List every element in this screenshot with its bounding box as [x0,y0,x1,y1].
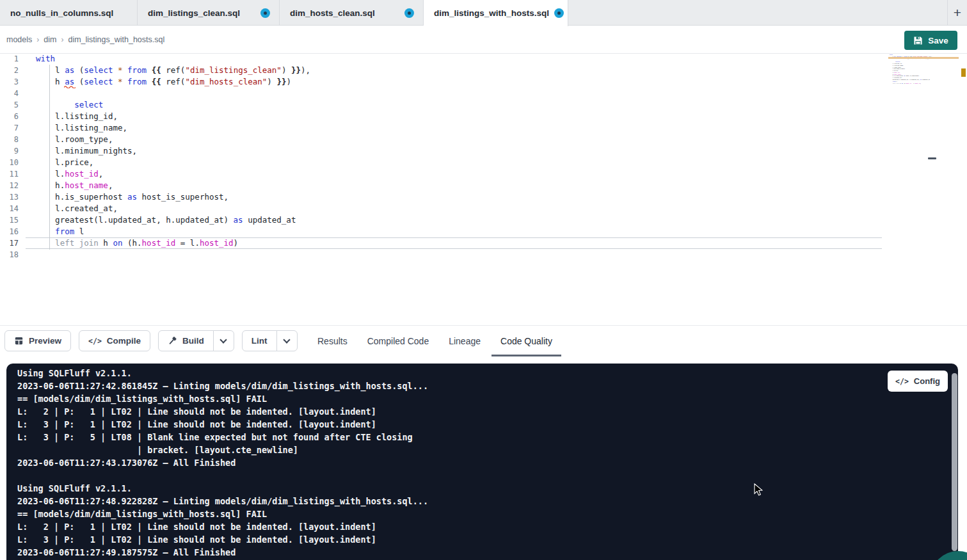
code-editor[interactable]: 123456789101112131415161718 with l as (s… [0,54,967,325]
line-number: 9 [0,145,26,157]
code-line[interactable]: greatest(l.updated_at, h.updated_at) as … [26,214,882,226]
floppy-disk-icon [913,36,923,45]
chevron-down-icon [283,336,290,343]
code-line[interactable]: from l [26,226,882,237]
line-number: 17 [0,237,26,249]
tab-label: dim_listings_clean.sql [148,8,240,18]
lint-button[interactable]: Lint [242,330,277,351]
terminal-panel[interactable]: Using SQLFluff v2.1.1. 2023-06-06T11:27:… [6,364,958,560]
build-button[interactable]: Build [158,330,214,351]
save-button[interactable]: Save [904,31,957,50]
panel-tab-compiled-code[interactable]: Compiled Code [367,336,429,346]
indent-guide [49,65,50,250]
action-buttons: Preview</>CompileBuildLint [4,330,305,351]
tab-bar: no_nulls_in_columns.sqldim_listings_clea… [0,0,967,26]
hammer-icon [168,336,177,346]
code-line[interactable] [890,84,959,86]
line-numbers: 123456789101112131415161718 [0,54,26,260]
tab-strip: no_nulls_in_columns.sqldim_listings_clea… [0,0,568,25]
line-number: 1 [0,54,26,65]
line-number: 12 [0,180,26,191]
tab-label: dim_listings_with_hosts.sql [434,8,549,18]
line-number: 18 [0,249,26,260]
code-line[interactable]: select [26,99,882,111]
line-number: 10 [0,157,26,168]
ide-window: no_nulls_in_columns.sqldim_listings_clea… [0,0,967,560]
code-lines: with l as (select * from {{ ref("dim_lis… [26,54,882,260]
code-icon: </> [88,337,102,346]
line-number: 14 [0,203,26,214]
code-line[interactable]: with [26,54,882,65]
panel-tab-lineage[interactable]: Lineage [449,336,481,346]
button-label: Compile [107,336,141,346]
code-line[interactable]: h as (select * from {{ ref("dim_hosts_cl… [26,76,882,88]
action-toolbar: Preview</>CompileBuildLint ResultsCompil… [0,325,967,356]
breadcrumb-segment-dim[interactable]: dim [44,35,56,44]
tab-dim-listings-clean-sql[interactable]: dim_listings_clean.sql [138,0,280,26]
table-icon [14,336,24,346]
line-number: 16 [0,226,26,237]
terminal-output: Using SQLFluff v2.1.1. 2023-06-06T11:27:… [6,364,958,559]
breadcrumb-separator: › [36,35,39,44]
code-line[interactable]: l.created_at, [26,203,882,214]
line-number: 3 [0,76,26,88]
breadcrumb-segment-dim-listings-with-hosts-sql[interactable]: dim_listings_with_hosts.sql [68,35,164,44]
line-number: 11 [0,168,26,180]
breadcrumb: models›dim›dim_listings_with_hosts.sql [6,35,164,44]
unsaved-changes-icon [404,8,414,18]
code-line[interactable]: l.room_type, [26,134,882,145]
unsaved-changes-icon [260,8,270,18]
breadcrumb-bar: models›dim›dim_listings_with_hosts.sql S… [0,26,967,54]
button-label: Lint [252,336,268,346]
tab-label: dim_hosts_clean.sql [290,8,375,18]
code-line[interactable]: left join h on (h.host_id = l.host_id) [26,237,882,249]
terminal-scrollbar[interactable] [952,373,957,551]
line-number: 8 [0,134,26,145]
breadcrumb-segment-models[interactable]: models [6,35,32,44]
preview-button[interactable]: Preview [4,330,71,351]
button-label: Preview [29,336,61,346]
line-number: 2 [0,65,26,76]
code-brackets-icon: </> [895,377,909,386]
code-line[interactable]: l.listing_name, [26,122,882,134]
tab-dim-listings-with-hosts-sql[interactable]: dim_listings_with_hosts.sql [424,0,568,26]
code-line[interactable]: h.host_name, [26,180,882,191]
button-label: Build [182,336,204,346]
button-group-preview: Preview [4,330,71,351]
config-button-label: Config [914,376,940,386]
line-number: 6 [0,111,26,122]
editor-scroll-marker[interactable] [928,157,936,159]
code-line[interactable] [26,249,882,260]
lint-dropdown-button[interactable] [276,330,298,351]
code-line[interactable] [26,88,882,99]
code-line[interactable]: l.host_id, [26,168,882,180]
build-dropdown-button[interactable] [213,330,234,351]
tab-label: no_nulls_in_columns.sql [10,8,113,18]
breadcrumb-separator: › [61,35,63,44]
code-line[interactable]: l as (select * from {{ ref("dim_listings… [26,65,882,76]
line-number: 4 [0,88,26,99]
code-line[interactable]: h.is_superhost as host_is_superhost, [26,191,882,203]
lint-warning-squiggle-icon [64,85,76,88]
minimap[interactable]: with l as (select * from {{ ref("dim_lis… [890,54,959,271]
tab-dim-hosts-clean-sql[interactable]: dim_hosts_clean.sql [280,0,424,26]
code-line[interactable]: l.minimum_nights, [26,145,882,157]
button-group-lint: Lint [242,330,298,351]
panel-tab-code-quality[interactable]: Code Quality [500,336,552,346]
button-group-build: Build [158,330,234,351]
minimap-warning-highlight [888,57,959,59]
button-group-compile: </>Compile [79,330,150,351]
line-number: 5 [0,99,26,111]
new-tab-button[interactable]: + [947,0,967,26]
config-button[interactable]: </> Config [888,371,948,392]
panel-tab-results[interactable]: Results [317,336,348,346]
tab-no-nulls-in-columns-sql[interactable]: no_nulls_in_columns.sql [0,0,138,26]
panel-tabs: ResultsCompiled CodeLineageCode Quality [317,326,552,356]
line-number: 7 [0,122,26,134]
line-number: 13 [0,191,26,203]
code-line[interactable]: l.price, [26,157,882,168]
compile-button[interactable]: </>Compile [79,330,150,351]
save-button-label: Save [928,36,948,45]
chevron-down-icon [220,336,227,343]
code-line[interactable]: l.listing_id, [26,111,882,122]
